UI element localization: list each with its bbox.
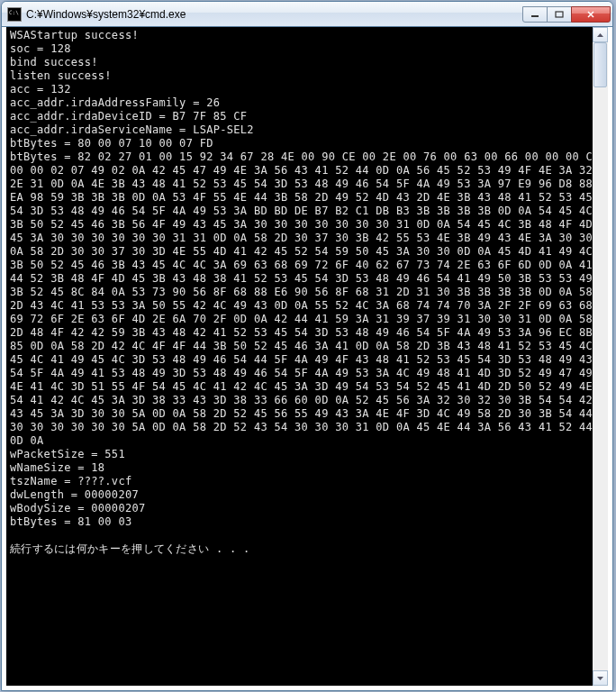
scrollbar-track[interactable]	[593, 42, 608, 670]
window-buttons	[523, 6, 611, 23]
scroll-down-button[interactable]	[593, 670, 608, 686]
svg-rect-0	[531, 15, 539, 17]
console-output: WSAStartup success! soc = 128 bind succe…	[6, 27, 608, 571]
close-button[interactable]	[571, 6, 611, 23]
scrollbar-thumb[interactable]	[593, 42, 607, 87]
svg-rect-1	[556, 12, 563, 17]
scroll-up-button[interactable]	[593, 27, 608, 42]
window-title: C:¥Windows¥system32¥cmd.exe	[26, 8, 523, 21]
vertical-scrollbar[interactable]	[593, 27, 608, 686]
minimize-button[interactable]	[522, 6, 548, 23]
cmd-icon	[7, 7, 22, 22]
cmd-window: C:¥Windows¥system32¥cmd.exe WSAStartup s…	[1, 1, 613, 691]
titlebar[interactable]: C:¥Windows¥system32¥cmd.exe	[2, 2, 612, 27]
maximize-button[interactable]	[547, 6, 572, 23]
console-client-area: WSAStartup success! soc = 128 bind succe…	[6, 27, 608, 686]
cursor	[10, 557, 16, 569]
